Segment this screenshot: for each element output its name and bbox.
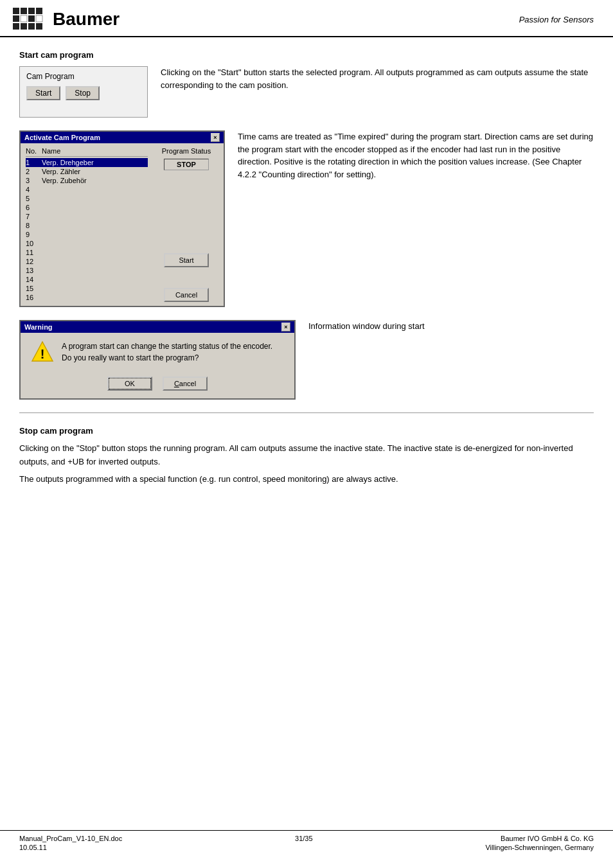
warning-close-btn[interactable]: × <box>281 323 290 332</box>
warning-buttons: OK Cancel <box>21 371 294 398</box>
stop-section-title: Stop cam program <box>19 426 594 436</box>
list-item[interactable]: 7 <box>26 212 148 221</box>
list-item[interactable]: 16 <box>26 293 148 302</box>
baumer-logo-icon <box>13 8 46 31</box>
cam-start-button[interactable]: Start <box>26 86 60 100</box>
list-item[interactable]: 2Verp. Zähler <box>26 167 148 176</box>
col-name-header: Name <box>42 147 148 155</box>
activate-start-button[interactable]: Start <box>164 253 209 267</box>
list-item[interactable]: 1Verp. Drehgeber <box>26 158 148 167</box>
warning-titlebar: Warning × <box>21 321 294 333</box>
list-item[interactable]: 6 <box>26 203 148 212</box>
svg-rect-8 <box>13 23 19 30</box>
warning-ok-button[interactable]: OK <box>107 376 152 391</box>
warning-description: Information window during start <box>308 320 594 333</box>
program-list: No. Name 1Verp. Drehgeber2Verp. Zähler3V… <box>26 147 148 302</box>
activate-description: Time cams are treated as "Time expired" … <box>238 130 594 181</box>
warning-line2: Do you really want to start the program? <box>62 352 284 364</box>
activate-dialog-titlebar: Activate Cam Program × <box>21 132 224 143</box>
logo-text: Baumer <box>53 9 120 30</box>
activate-cancel-button[interactable]: Cancel <box>164 288 209 302</box>
main-content: Start cam program Cam Program Start Stop… <box>0 44 613 505</box>
warning-line1: A program start can change the starting … <box>62 341 284 352</box>
header-tagline: Passion for Sensors <box>519 15 594 24</box>
start-description: Clicking on the "Start" button starts th… <box>161 66 594 118</box>
warning-text: A program start can change the starting … <box>62 341 284 364</box>
footer-date: 10.05.11 <box>19 844 122 851</box>
list-item[interactable]: 12 <box>26 257 148 266</box>
svg-rect-2 <box>28 8 35 14</box>
list-item[interactable]: 4 <box>26 185 148 194</box>
list-item[interactable]: 8 <box>26 221 148 230</box>
activate-dialog-close[interactable]: × <box>211 133 220 142</box>
list-header: No. Name <box>26 147 148 157</box>
svg-rect-0 <box>13 8 19 14</box>
cancel-underline-c: C <box>174 380 179 387</box>
svg-text:!: ! <box>40 347 45 361</box>
svg-rect-10 <box>28 23 35 30</box>
svg-rect-7 <box>36 15 42 22</box>
footer-left: Manual_ProCam_V1-10_EN.doc 10.05.11 <box>19 835 122 851</box>
warning-title: Warning <box>24 323 53 331</box>
list-item[interactable]: 9 <box>26 230 148 239</box>
footer-page-number: 31/35 <box>295 835 313 842</box>
stop-section: Stop cam program Clicking on the "Stop" … <box>19 426 594 486</box>
svg-rect-1 <box>21 8 27 14</box>
page-header: Baumer Passion for Sensors <box>0 0 613 37</box>
activate-cam-dialog: Activate Cam Program × No. Name 1Verp. D… <box>19 130 225 307</box>
list-item[interactable]: 10 <box>26 239 148 248</box>
activate-dialog-body: No. Name 1Verp. Drehgeber2Verp. Zähler3V… <box>21 143 224 306</box>
list-item[interactable]: 3Verp. Zubehör <box>26 176 148 185</box>
list-items-container: 1Verp. Drehgeber2Verp. Zähler3Verp. Zube… <box>26 158 148 302</box>
list-item[interactable]: 15 <box>26 284 148 293</box>
warning-row: Warning × ! A program start can change t… <box>19 320 594 400</box>
footer-company: Baumer IVO GmbH & Co. KG <box>485 835 594 842</box>
svg-rect-6 <box>28 15 35 22</box>
warning-cancel-button[interactable]: Cancel <box>163 376 208 391</box>
program-status-label: Program Status <box>162 147 211 155</box>
list-item[interactable]: 13 <box>26 266 148 275</box>
start-section: Cam Program Start Stop Clicking on the "… <box>19 66 594 118</box>
footer-filename: Manual_ProCam_V1-10_EN.doc <box>19 835 122 842</box>
cam-panel-label: Cam Program <box>26 72 141 81</box>
stop-paragraph-1: Clicking on the "Stop" button stops the … <box>19 442 594 469</box>
status-box: STOP <box>164 159 209 170</box>
footer-right: Baumer IVO GmbH & Co. KG Villingen-Schwe… <box>485 835 594 851</box>
stop-paragraph-2: The outputs programmed with a special fu… <box>19 473 594 486</box>
col-no-header: No. <box>26 147 42 155</box>
cancel-rest: ancel <box>179 380 196 387</box>
warning-icon: ! <box>31 341 54 364</box>
svg-rect-5 <box>21 15 27 22</box>
svg-rect-4 <box>13 15 19 22</box>
start-section-title: Start cam program <box>19 50 594 60</box>
section-divider <box>19 412 594 413</box>
cam-panel: Cam Program Start Stop <box>19 66 148 118</box>
cam-panel-buttons: Start Stop <box>26 86 141 100</box>
list-item[interactable]: 11 <box>26 248 148 257</box>
warning-dialog: Warning × ! A program start can change t… <box>19 320 296 400</box>
warning-body: ! A program start can change the startin… <box>21 333 294 371</box>
logo-area: Baumer <box>13 8 120 31</box>
svg-rect-11 <box>36 23 42 30</box>
list-item[interactable]: 5 <box>26 194 148 203</box>
activate-dialog-row: Activate Cam Program × No. Name 1Verp. D… <box>19 130 594 307</box>
svg-rect-9 <box>21 23 27 30</box>
page-footer: Manual_ProCam_V1-10_EN.doc 10.05.11 31/3… <box>0 830 613 855</box>
footer-location: Villingen-Schwenningen, Germany <box>485 844 594 851</box>
svg-rect-3 <box>36 8 42 14</box>
list-item[interactable]: 14 <box>26 275 148 284</box>
activate-dialog-title: Activate Cam Program <box>24 134 100 141</box>
cam-stop-button[interactable]: Stop <box>66 86 100 100</box>
dialog-right-panel: Program Status STOP Start Cancel <box>154 147 218 302</box>
